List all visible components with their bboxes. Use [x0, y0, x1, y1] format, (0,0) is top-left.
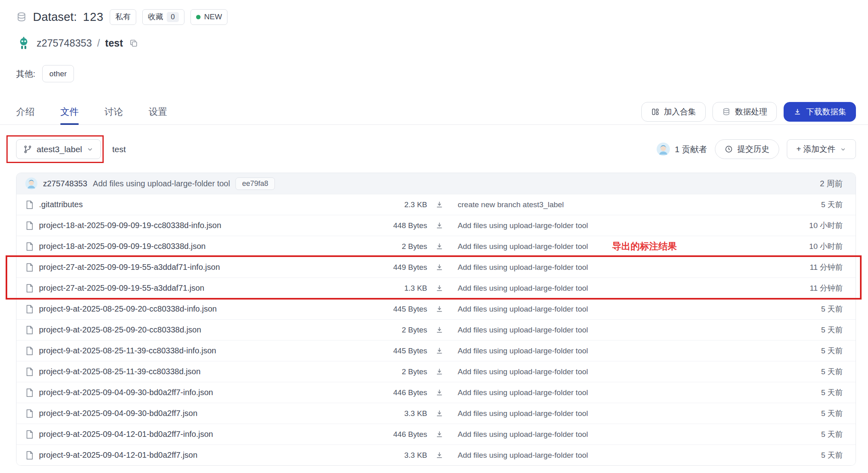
download-file-icon[interactable]: [427, 347, 451, 355]
file-commit-message: Add files using upload-large-folder tool: [458, 347, 588, 355]
branch-selector[interactable]: atest3_label: [16, 139, 101, 159]
file-commit-message: Add files using upload-large-folder tool: [458, 242, 588, 251]
download-file-icon[interactable]: [427, 388, 451, 397]
file-link[interactable]: project-9-at-2025-09-04-12-01-bd0a2ff7.j…: [25, 451, 393, 460]
file-link[interactable]: project-9-at-2025-08-25-09-20-cc80338d-i…: [25, 304, 393, 314]
database-icon: [722, 108, 731, 116]
file-size: 445 Bytes: [393, 347, 427, 355]
file-row: project-9-at-2025-08-25-09-20-cc80338d-i…: [16, 298, 856, 319]
repo-row: z275748353 / test: [16, 35, 856, 51]
tab-files[interactable]: 文件: [60, 99, 79, 124]
download-file-icon[interactable]: [427, 263, 451, 271]
download-file-icon[interactable]: [427, 367, 451, 376]
file-link[interactable]: project-9-at-2025-09-04-09-30-bd0a2ff7-i…: [25, 388, 393, 398]
page-title: 123: [83, 10, 104, 24]
breadcrumb[interactable]: test: [112, 145, 126, 154]
file-row: project-18-at-2025-09-09-09-19-cc80338d-…: [16, 215, 856, 236]
file-link[interactable]: project-27-at-2025-09-09-19-55-a3ddaf71.…: [25, 283, 393, 293]
chevron-down-icon: [840, 146, 846, 153]
file-time: 5 天前: [786, 304, 843, 314]
download-file-icon[interactable]: [427, 200, 451, 209]
file-time: 5 天前: [786, 367, 843, 377]
contributor-avatar: [657, 143, 670, 156]
download-file-icon[interactable]: [427, 305, 451, 313]
file-commit-message: Add files using upload-large-folder tool: [458, 305, 588, 314]
file-icon: [25, 263, 34, 272]
download-file-icon[interactable]: [427, 430, 451, 438]
commit-message[interactable]: Add files using upload-large-folder tool: [93, 179, 230, 188]
file-icon: [25, 304, 34, 314]
file-link[interactable]: project-9-at-2025-08-25-11-39-cc80338d.j…: [25, 367, 393, 377]
download-file-icon[interactable]: [427, 284, 451, 292]
file-size: 1.3 KB: [393, 284, 427, 293]
chevron-down-icon: [86, 146, 94, 153]
file-name: project-27-at-2025-09-09-19-55-a3ddaf71-…: [39, 263, 220, 272]
file-link[interactable]: project-9-at-2025-09-04-09-30-bd0a2ff7.j…: [25, 409, 393, 418]
data-process-button[interactable]: 数据处理: [712, 102, 777, 122]
tag-other[interactable]: other: [42, 65, 74, 82]
branch-icon: [23, 145, 32, 154]
download-dataset-button[interactable]: 下载数据集: [784, 102, 856, 122]
file-link[interactable]: project-27-at-2025-09-09-19-55-a3ddaf71-…: [25, 263, 393, 272]
commit-hash-badge[interactable]: ee79fa8: [235, 177, 274, 190]
download-file-icon[interactable]: [427, 409, 451, 418]
repo-owner[interactable]: z275748353: [37, 37, 92, 49]
file-time: 5 天前: [786, 408, 843, 419]
file-link[interactable]: project-18-at-2025-09-09-09-19-cc80338d.…: [25, 242, 393, 251]
tab-settings[interactable]: 设置: [149, 99, 167, 124]
favorite-count: 0: [167, 12, 179, 22]
private-badge: 私有: [110, 9, 136, 25]
annotation-note: 导出的标注结果: [612, 240, 677, 253]
file-commit-message: Add files using upload-large-folder tool: [458, 326, 588, 334]
file-size: 3.3 KB: [393, 451, 427, 460]
page-header: Dataset: 123 私有 收藏 0 NEW: [0, 0, 868, 82]
green-dot: [196, 15, 201, 19]
file-link[interactable]: project-18-at-2025-09-09-09-19-cc80338d-…: [25, 221, 393, 230]
file-time: 5 天前: [786, 387, 843, 398]
file-name: .gitattributes: [39, 200, 83, 209]
download-file-icon[interactable]: [427, 326, 451, 334]
add-to-collection-label: 加入合集: [664, 106, 696, 117]
file-row: project-18-at-2025-09-09-09-19-cc80338d.…: [16, 236, 856, 257]
copy-icon[interactable]: [128, 38, 139, 49]
file-time: 5 天前: [786, 325, 843, 335]
add-to-collection-button[interactable]: 加入合集: [641, 102, 706, 122]
repo-separator: /: [97, 37, 100, 49]
download-file-icon[interactable]: [427, 242, 451, 251]
file-link[interactable]: project-9-at-2025-09-04-12-01-bd0a2ff7-i…: [25, 430, 393, 439]
commit-author[interactable]: z275748353: [43, 179, 87, 188]
file-link[interactable]: project-9-at-2025-08-25-11-39-cc80338d-i…: [25, 346, 393, 356]
file-row: project-9-at-2025-09-04-12-01-bd0a2ff7-i…: [16, 424, 856, 444]
file-name: project-9-at-2025-09-04-09-30-bd0a2ff7.j…: [39, 409, 197, 418]
download-file-icon[interactable]: [427, 221, 451, 230]
toolbar-right: 1 贡献者 提交历史 + 添加文件: [657, 139, 856, 159]
download-icon: [793, 108, 802, 116]
file-commit-message: Add files using upload-large-folder tool: [458, 430, 588, 439]
file-row: project-9-at-2025-09-04-09-30-bd0a2ff7.j…: [16, 403, 856, 424]
file-time: 5 天前: [786, 450, 843, 461]
commit-history-button[interactable]: 提交历史: [715, 139, 779, 159]
file-time: 11 分钟前: [786, 262, 843, 273]
file-row: project-9-at-2025-08-25-11-39-cc80338d-i…: [16, 340, 856, 361]
tab-intro[interactable]: 介绍: [16, 99, 35, 124]
data-process-label: 数据处理: [735, 106, 767, 117]
favorite-badge[interactable]: 收藏 0: [142, 9, 184, 25]
file-size: 449 Bytes: [393, 263, 427, 272]
file-link[interactable]: project-9-at-2025-08-25-09-20-cc80338d.j…: [25, 325, 393, 335]
add-file-button[interactable]: + 添加文件: [787, 139, 856, 159]
file-time: 5 天前: [786, 429, 843, 440]
collection-icon: [651, 108, 659, 116]
file-icon: [25, 283, 34, 293]
dataset-title-row: Dataset: 123 私有 收藏 0 NEW: [16, 8, 856, 26]
file-link[interactable]: .gitattributes: [25, 200, 393, 210]
annotation-box-branch: atest3_label: [6, 135, 104, 163]
download-file-icon[interactable]: [427, 451, 451, 459]
contributors-label: 1 贡献者: [675, 144, 707, 155]
repo-name[interactable]: test: [105, 37, 123, 49]
file-row: project-27-at-2025-09-09-19-55-a3ddaf71.…: [16, 277, 856, 298]
file-icon: [25, 200, 34, 210]
clock-icon: [725, 145, 733, 153]
contributors[interactable]: 1 贡献者: [657, 143, 707, 156]
tab-discussion[interactable]: 讨论: [104, 99, 123, 124]
file-table: z275748353 Add files using upload-large-…: [16, 173, 856, 466]
